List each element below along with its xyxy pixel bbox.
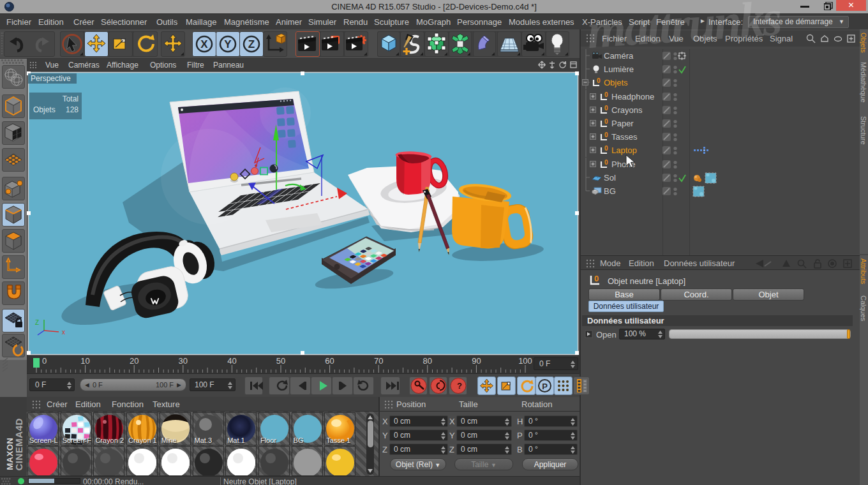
svg-text:Y: Y [224, 38, 232, 50]
svg-text:30: 30 [179, 356, 188, 366]
svg-text:0: 0 [604, 105, 608, 112]
svg-text:70: 70 [374, 356, 383, 366]
svg-text:0: 0 [597, 78, 601, 84]
svg-text:0: 0 [604, 119, 608, 125]
svg-text:0: 0 [604, 132, 608, 138]
svg-text:10: 10 [80, 356, 89, 366]
svg-text:0: 0 [604, 146, 608, 152]
svg-text:Z: Z [35, 319, 39, 326]
svg-text:50: 50 [276, 356, 285, 366]
svg-text:X: X [200, 38, 208, 50]
svg-text:P: P [542, 382, 548, 391]
svg-text:0: 0 [604, 92, 608, 98]
svg-text:100: 100 [518, 356, 532, 366]
svg-text:20: 20 [130, 356, 138, 366]
svg-text:80: 80 [423, 356, 432, 366]
svg-text:0: 0 [604, 160, 608, 166]
svg-text:0: 0 [42, 356, 47, 366]
svg-text:x: x [62, 329, 65, 336]
svg-text:?: ? [457, 381, 462, 391]
svg-text:40: 40 [227, 356, 236, 366]
svg-text:90: 90 [472, 356, 481, 366]
svg-text:Z: Z [248, 38, 255, 50]
svg-text:60: 60 [325, 356, 334, 366]
svg-text:0: 0 [594, 274, 599, 283]
